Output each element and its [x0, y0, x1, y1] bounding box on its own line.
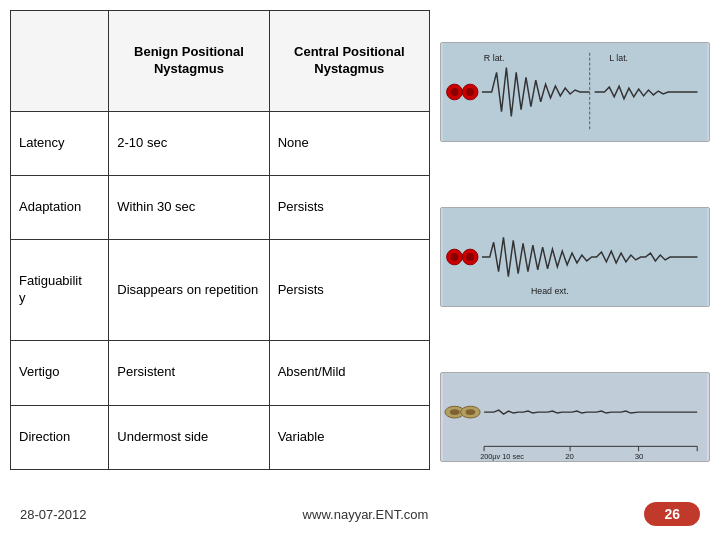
svg-text:Head ext.: Head ext.: [531, 286, 569, 296]
row-benign-latency: 2-10 sec: [109, 111, 269, 175]
footer-website: www.nayyar.ENT.com: [303, 507, 429, 522]
svg-text:R lat.: R lat.: [484, 53, 505, 63]
row-benign-adaptation: Within 30 sec: [109, 176, 269, 240]
wave-image-1: R lat. L lat.: [440, 42, 710, 142]
row-benign-vertigo: Persistent: [109, 341, 269, 405]
row-label-latency: Latency: [11, 111, 109, 175]
row-central-fatiguability: Persists: [269, 240, 429, 341]
row-label-adaptation: Adaptation: [11, 176, 109, 240]
svg-text:30: 30: [635, 452, 644, 461]
svg-text:20: 20: [565, 452, 574, 461]
table-row: Latency 2-10 sec None: [11, 111, 430, 175]
wave-image-3: 200µv 10 sec 20 30: [440, 372, 710, 462]
table-row: Adaptation Within 30 sec Persists: [11, 176, 430, 240]
row-central-latency: None: [269, 111, 429, 175]
row-benign-fatiguability: Disappears on repetition: [109, 240, 269, 341]
row-central-direction: Variable: [269, 405, 429, 469]
table-row: Fatiguability Disappears on repetition P…: [11, 240, 430, 341]
svg-point-2: [451, 88, 459, 96]
svg-point-16: [450, 409, 460, 415]
comparison-table: Benign Positional Nystagmus Central Posi…: [10, 10, 430, 470]
row-label-vertigo: Vertigo: [11, 341, 109, 405]
table-row: Direction Undermost side Variable: [11, 405, 430, 469]
wave-image-2: Head ext.: [440, 207, 710, 307]
row-benign-direction: Undermost side: [109, 405, 269, 469]
svg-point-4: [466, 88, 474, 96]
svg-point-18: [465, 409, 475, 415]
footer-bar: 28-07-2012 www.nayyar.ENT.com 26: [10, 498, 710, 530]
svg-point-10: [451, 253, 459, 261]
table-header-row: Benign Positional Nystagmus Central Posi…: [11, 11, 430, 112]
content-area: Benign Positional Nystagmus Central Posi…: [10, 10, 710, 494]
header-col3: Central Positional Nystagmus: [269, 11, 429, 112]
images-section: R lat. L lat.: [430, 10, 720, 494]
table-row: Vertigo Persistent Absent/Mild: [11, 341, 430, 405]
footer-date: 28-07-2012: [20, 507, 87, 522]
header-col1: [11, 11, 109, 112]
header-col2: Benign Positional Nystagmus: [109, 11, 269, 112]
svg-text:L lat.: L lat.: [609, 53, 628, 63]
svg-rect-14: [443, 373, 707, 461]
row-label-direction: Direction: [11, 405, 109, 469]
row-central-vertigo: Absent/Mild: [269, 341, 429, 405]
row-central-adaptation: Persists: [269, 176, 429, 240]
table-section: Benign Positional Nystagmus Central Posi…: [10, 10, 430, 494]
svg-point-12: [466, 253, 474, 261]
row-label-fatiguability: Fatiguability: [11, 240, 109, 341]
svg-text:200µv 10 sec: 200µv 10 sec: [480, 452, 524, 461]
main-container: Benign Positional Nystagmus Central Posi…: [0, 0, 720, 540]
footer-page-badge: 26: [644, 502, 700, 526]
